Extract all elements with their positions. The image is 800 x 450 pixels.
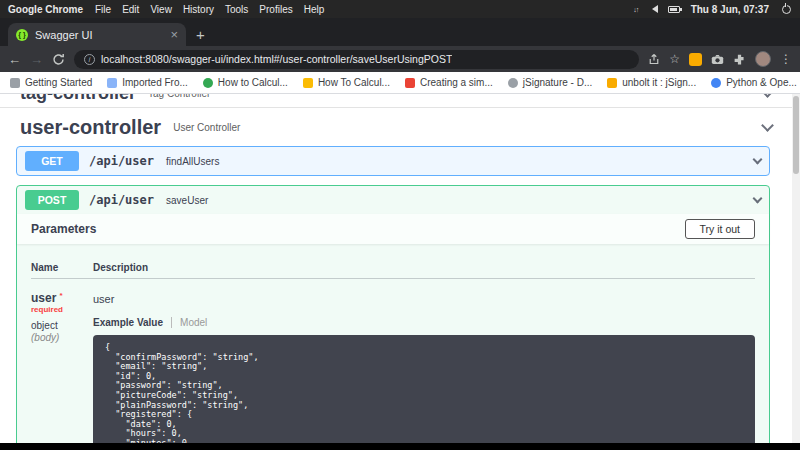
scrollbar-thumb[interactable] (793, 96, 799, 174)
tag-controller-section[interactable]: tag-controller Tag Controller (0, 94, 792, 108)
menu-app-name[interactable]: Google Chrome (8, 4, 83, 15)
reload-button[interactable] (52, 53, 65, 66)
bookmark-favicon (711, 78, 721, 88)
parameter-description-cell: user Example Value Model { "confirmPassw… (93, 291, 755, 443)
section-description: Tag Controller (148, 94, 210, 99)
lock-icon (607, 78, 617, 88)
post-method-badge: POST (25, 190, 79, 210)
page-content: tag-controller Tag Controller user-contr… (0, 94, 800, 443)
column-description: Description (93, 262, 148, 273)
bookmark-label: jSignature - D... (523, 77, 592, 88)
menu-item-edit[interactable]: Edit (122, 4, 139, 15)
tab-close-icon[interactable]: × (170, 27, 178, 42)
tab-title: Swagger UI (35, 29, 164, 41)
bookmark-item[interactable]: unbolt it : jSign... (607, 77, 696, 88)
new-tab-button[interactable]: + (196, 26, 205, 43)
bookmarks-bar: Getting Started Imported Fro... How to C… (0, 72, 800, 94)
forward-button[interactable]: → (30, 53, 43, 66)
example-body-code: { "confirmPassword": "string", "email": … (93, 335, 755, 443)
screen: Google Chrome File Edit View History Too… (0, 0, 800, 443)
bookmark-favicon (405, 78, 415, 88)
bookmark-label: Creating a sim... (420, 77, 493, 88)
power-icon[interactable] (780, 4, 792, 14)
folder-icon (107, 78, 117, 88)
bookmark-item[interactable]: How to Calcul... (203, 77, 288, 88)
get-method-badge: GET (25, 151, 79, 171)
battery-icon[interactable] (668, 4, 680, 14)
bookmark-favicon (203, 78, 213, 88)
menu-item-profiles[interactable]: Profiles (259, 4, 292, 15)
system-clock[interactable]: Thu 8 Jun, 07:37 (691, 4, 769, 15)
model-tabs: Example Value Model (93, 317, 755, 328)
menu-item-view[interactable]: View (150, 4, 172, 15)
system-tray: ↓↑ Thu 8 Jun, 07:37 (630, 4, 792, 15)
parameter-type: object (31, 320, 93, 331)
menu-item-history[interactable]: History (183, 4, 214, 15)
share-icon[interactable] (648, 53, 660, 65)
extension-jsignature-icon[interactable] (689, 53, 702, 66)
parameter-description: user (93, 293, 755, 305)
extension-camera-icon[interactable] (711, 54, 724, 65)
chevron-down-icon[interactable] (761, 94, 774, 97)
bookmark-item[interactable]: jSignature - D... (508, 77, 592, 88)
profile-avatar[interactable] (755, 51, 771, 67)
chevron-up-icon[interactable] (753, 193, 763, 203)
back-button[interactable]: ← (8, 53, 21, 66)
bookmark-label: unbolt it : jSign... (622, 77, 696, 88)
post-operation-header[interactable]: POST /api/user saveUser (17, 186, 769, 214)
menu-item-help[interactable]: Help (304, 4, 325, 15)
url-bar[interactable]: i localhost:8080/swagger-ui/index.html#/… (74, 50, 639, 69)
section-title: tag-controller (20, 94, 136, 104)
get-operation: GET /api/user findAllUsers (16, 146, 770, 176)
bookmark-item[interactable]: Getting Started (10, 77, 92, 88)
browser-menu-icon[interactable]: ⋮ (780, 52, 792, 66)
column-name: Name (31, 262, 93, 273)
network-icon[interactable]: ↓↑ (630, 4, 642, 14)
parameters-table: Name Description user * required object … (17, 244, 769, 443)
bookmark-label: Python & Ope... (726, 77, 797, 88)
browser-tab[interactable]: { } Swagger UI × (8, 23, 186, 46)
bookmark-label: How To Calcul... (318, 77, 390, 88)
bookmark-item[interactable]: How To Calcul... (303, 77, 390, 88)
tab-strip: { } Swagger UI × + (0, 18, 800, 46)
menu-item-tools[interactable]: Tools (225, 4, 248, 15)
operation-summary: findAllUsers (166, 156, 219, 167)
system-menu-bar: Google Chrome File Edit View History Too… (0, 0, 800, 18)
chevron-down-icon[interactable] (753, 154, 763, 164)
bookmark-label: Imported Fro... (122, 77, 188, 88)
menu-item-file[interactable]: File (95, 4, 111, 15)
tab-model[interactable]: Model (172, 317, 207, 328)
extensions-puzzle-icon[interactable] (733, 53, 746, 66)
parameters-header: Parameters Try it out (17, 214, 769, 244)
tab-example-value[interactable]: Example Value (93, 317, 172, 328)
bookmark-item[interactable]: Python & Ope... (711, 77, 797, 88)
operation-path: /api/user (89, 193, 154, 207)
bookmark-favicon (303, 78, 313, 88)
browser-toolbar: ← → i localhost:8080/swagger-ui/index.ht… (0, 46, 800, 72)
bookmark-favicon (10, 78, 20, 88)
operation-summary: saveUser (166, 195, 208, 206)
user-controller-section[interactable]: user-controller User Controller (0, 108, 792, 146)
swagger-favicon-icon: { } (16, 29, 28, 41)
operation-path: /api/user (89, 154, 154, 168)
parameter-row: user * required object (body) user Examp… (31, 279, 755, 443)
bookmark-star-icon[interactable]: ☆ (669, 52, 680, 66)
section-title: user-controller (20, 116, 161, 139)
chevron-down-icon[interactable] (761, 119, 774, 132)
try-it-out-button[interactable]: Try it out (685, 219, 755, 239)
parameter-name: user (31, 291, 56, 305)
bookmark-item[interactable]: Imported Fro... (107, 77, 188, 88)
url-text: localhost:8080/swagger-ui/index.html#/us… (101, 53, 452, 65)
bookmark-item[interactable]: Creating a sim... (405, 77, 493, 88)
volume-icon[interactable] (649, 4, 661, 14)
parameter-name-cell: user * required object (body) (31, 291, 93, 443)
section-description: User Controller (173, 122, 240, 133)
parameters-table-header: Name Description (31, 254, 755, 279)
page-scrollbar[interactable] (792, 94, 800, 443)
parameter-location: (body) (31, 332, 93, 343)
site-info-icon[interactable]: i (84, 54, 95, 65)
parameters-title: Parameters (31, 222, 96, 236)
bookmark-label: Getting Started (25, 77, 92, 88)
get-operation-header[interactable]: GET /api/user findAllUsers (17, 147, 769, 175)
bookmark-favicon (508, 78, 518, 88)
